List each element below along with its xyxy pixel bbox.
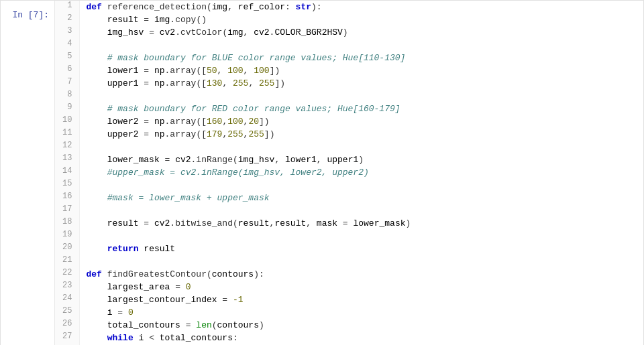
line-number: 1	[55, 1, 79, 13]
line-code	[79, 204, 643, 217]
line-number: 26	[55, 319, 79, 332]
table-row: 6 lower1 = np.array([50, 100, 100])	[55, 64, 643, 77]
table-row: 15	[55, 179, 643, 192]
line-code: def reference_detection(img, ref_color: …	[79, 1, 643, 13]
line-code: total_contours = len(contours)	[79, 319, 643, 332]
line-code	[79, 179, 643, 192]
table-row: 2 result = img.copy()	[55, 13, 643, 26]
table-row: 19	[55, 230, 643, 243]
cell-label: In [7]:	[1, 1, 54, 345]
line-code: largest_contour_index = -1	[79, 293, 643, 306]
line-code	[79, 230, 643, 243]
table-row: 25 i = 0	[55, 306, 643, 319]
line-number: 2	[55, 13, 79, 26]
line-code	[79, 39, 643, 52]
line-code: #upper_mask = cv2.inRange(img_hsv, lower…	[79, 166, 643, 179]
line-number: 13	[55, 153, 79, 166]
line-number: 18	[55, 217, 79, 230]
table-row: 12	[55, 141, 643, 153]
line-code: return result	[79, 243, 643, 255]
line-number: 21	[55, 255, 79, 268]
line-code: upper1 = np.array([130, 255, 255])	[79, 77, 643, 90]
line-code: # mask boundary for BLUE color range val…	[79, 52, 643, 64]
table-row: 27 while i < total_contours:	[55, 332, 643, 344]
table-row: 4	[55, 39, 643, 52]
line-code: result = img.copy()	[79, 13, 643, 26]
line-code: largest_area = 0	[79, 281, 643, 293]
table-row: 13 lower_mask = cv2.inRange(img_hsv, low…	[55, 153, 643, 166]
line-number: 11	[55, 128, 79, 141]
table-row: 24 largest_contour_index = -1	[55, 293, 643, 306]
table-row: 14 #upper_mask = cv2.inRange(img_hsv, lo…	[55, 166, 643, 179]
line-number: 20	[55, 243, 79, 255]
line-number: 25	[55, 306, 79, 319]
table-row: 10 lower2 = np.array([160,100,20])	[55, 115, 643, 128]
line-code: # mask boundary for RED color range valu…	[79, 102, 643, 115]
line-code: lower1 = np.array([50, 100, 100])	[79, 64, 643, 77]
line-code: result = cv2.bitwise_and(result,result, …	[79, 217, 643, 230]
table-row: 17	[55, 204, 643, 217]
line-number: 8	[55, 90, 79, 102]
line-number: 23	[55, 281, 79, 293]
line-code: lower_mask = cv2.inRange(img_hsv, lower1…	[79, 153, 643, 166]
line-code	[79, 141, 643, 153]
line-code	[79, 90, 643, 102]
line-number: 9	[55, 102, 79, 115]
code-table: 1def reference_detection(img, ref_color:…	[55, 1, 643, 345]
table-row: 26 total_contours = len(contours)	[55, 319, 643, 332]
line-number: 24	[55, 293, 79, 306]
table-row: 22def findGreatestContour(contours):	[55, 268, 643, 281]
line-code: i = 0	[79, 306, 643, 319]
table-row: 5 # mask boundary for BLUE color range v…	[55, 52, 643, 64]
table-row: 11 upper2 = np.array([179,255,255])	[55, 128, 643, 141]
table-row: 1def reference_detection(img, ref_color:…	[55, 1, 643, 13]
table-row: 3 img_hsv = cv2.cvtColor(img, cv2.COLOR_…	[55, 26, 643, 39]
line-code: lower2 = np.array([160,100,20])	[79, 115, 643, 128]
line-number: 10	[55, 115, 79, 128]
line-code	[79, 255, 643, 268]
line-number: 7	[55, 77, 79, 90]
table-row: 7 upper1 = np.array([130, 255, 255])	[55, 77, 643, 90]
line-number: 16	[55, 192, 79, 204]
line-code: def findGreatestContour(contours):	[79, 268, 643, 281]
line-number: 27	[55, 332, 79, 344]
table-row: 16 #mask = lower_mask + upper_mask	[55, 192, 643, 204]
notebook-cell: In [7]: 1def reference_detection(img, re…	[0, 0, 644, 345]
table-row: 8	[55, 90, 643, 102]
code-area[interactable]: 1def reference_detection(img, ref_color:…	[54, 1, 643, 345]
line-number: 6	[55, 64, 79, 77]
line-number: 5	[55, 52, 79, 64]
line-number: 4	[55, 39, 79, 52]
table-row: 20 return result	[55, 243, 643, 255]
line-number: 17	[55, 204, 79, 217]
line-code: while i < total_contours:	[79, 332, 643, 344]
table-row: 18 result = cv2.bitwise_and(result,resul…	[55, 217, 643, 230]
table-row: 9 # mask boundary for RED color range va…	[55, 102, 643, 115]
line-number: 3	[55, 26, 79, 39]
line-number: 14	[55, 166, 79, 179]
table-row: 21	[55, 255, 643, 268]
line-number: 19	[55, 230, 79, 243]
line-number: 15	[55, 179, 79, 192]
line-number: 22	[55, 268, 79, 281]
line-code: img_hsv = cv2.cvtColor(img, cv2.COLOR_BG…	[79, 26, 643, 39]
line-code: #mask = lower_mask + upper_mask	[79, 192, 643, 204]
table-row: 23 largest_area = 0	[55, 281, 643, 293]
line-code: upper2 = np.array([179,255,255])	[79, 128, 643, 141]
line-number: 12	[55, 141, 79, 153]
